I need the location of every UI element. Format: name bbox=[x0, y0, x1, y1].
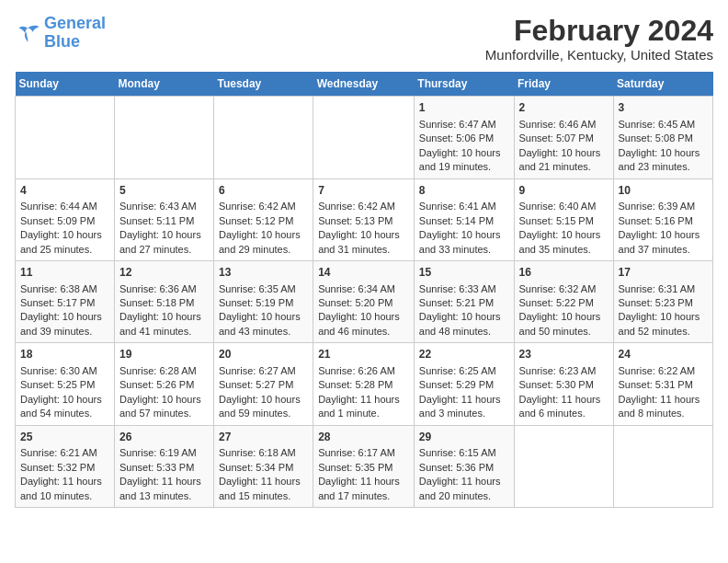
cell-text: Sunrise: 6:36 AM bbox=[119, 282, 209, 296]
calendar-cell: 24Sunrise: 6:22 AMSunset: 5:31 PMDayligh… bbox=[613, 343, 712, 425]
cell-text: Sunset: 5:18 PM bbox=[119, 296, 209, 310]
day-number: 23 bbox=[519, 347, 609, 362]
calendar-cell: 25Sunrise: 6:21 AMSunset: 5:32 PMDayligh… bbox=[16, 425, 115, 507]
day-number: 13 bbox=[219, 265, 308, 281]
calendar-cell: 1Sunrise: 6:47 AMSunset: 5:06 PMDaylight… bbox=[414, 97, 514, 178]
day-number: 8 bbox=[419, 183, 509, 199]
calendar-cell: 18Sunrise: 6:30 AMSunset: 5:25 PMDayligh… bbox=[16, 343, 115, 425]
cell-text: Daylight: 10 hours and 46 minutes. bbox=[318, 310, 409, 339]
cell-text: Sunset: 5:22 PM bbox=[519, 296, 609, 310]
calendar-subtitle: Munfordville, Kentucky, United States bbox=[485, 47, 713, 63]
cell-text: Sunrise: 6:47 AM bbox=[419, 118, 509, 132]
calendar-cell: 5Sunrise: 6:43 AMSunset: 5:11 PMDaylight… bbox=[114, 178, 213, 260]
week-row-2: 4Sunrise: 6:44 AMSunset: 5:09 PMDaylight… bbox=[16, 178, 713, 260]
cell-text: Daylight: 11 hours and 20 minutes. bbox=[419, 475, 509, 503]
cell-text: Sunrise: 6:32 AM bbox=[519, 282, 609, 296]
calendar-cell: 4Sunrise: 6:44 AMSunset: 5:09 PMDaylight… bbox=[16, 178, 115, 260]
cell-text: Sunset: 5:20 PM bbox=[318, 296, 409, 310]
cell-text: Sunset: 5:33 PM bbox=[119, 461, 209, 475]
cell-text: Sunset: 5:25 PM bbox=[20, 378, 109, 392]
week-row-5: 25Sunrise: 6:21 AMSunset: 5:32 PMDayligh… bbox=[16, 425, 713, 507]
calendar-cell bbox=[313, 97, 415, 178]
calendar-cell: 12Sunrise: 6:36 AMSunset: 5:18 PMDayligh… bbox=[114, 260, 213, 342]
day-number: 10 bbox=[619, 183, 708, 199]
cell-text: Daylight: 10 hours and 39 minutes. bbox=[20, 310, 109, 339]
cell-text: Sunrise: 6:41 AM bbox=[419, 200, 509, 213]
day-number: 24 bbox=[619, 347, 708, 362]
calendar-title: February 2024 bbox=[485, 15, 713, 47]
cell-text: Daylight: 10 hours and 48 minutes. bbox=[419, 310, 509, 339]
cell-text: Sunrise: 6:21 AM bbox=[20, 446, 109, 460]
calendar-cell: 23Sunrise: 6:23 AMSunset: 5:30 PMDayligh… bbox=[514, 343, 613, 425]
cell-text: Sunrise: 6:18 AM bbox=[219, 446, 308, 460]
cell-text: Sunrise: 6:30 AM bbox=[20, 364, 109, 378]
cell-text: Sunset: 5:08 PM bbox=[619, 132, 708, 145]
cell-text: Sunrise: 6:46 AM bbox=[519, 118, 609, 132]
cell-text: Sunrise: 6:44 AM bbox=[20, 200, 109, 213]
cell-text: Daylight: 11 hours and 15 minutes. bbox=[219, 475, 308, 503]
title-block: February 2024 Munfordville, Kentucky, Un… bbox=[485, 15, 713, 63]
logo: General Blue bbox=[15, 15, 106, 52]
cell-text: Sunrise: 6:23 AM bbox=[519, 364, 609, 378]
calendar-cell: 19Sunrise: 6:28 AMSunset: 5:26 PMDayligh… bbox=[114, 343, 213, 425]
cell-text: Sunset: 5:17 PM bbox=[20, 296, 109, 310]
cell-text: Sunset: 5:16 PM bbox=[619, 214, 708, 228]
cell-text: Sunrise: 6:45 AM bbox=[619, 118, 708, 132]
cell-text: Sunrise: 6:22 AM bbox=[619, 364, 708, 378]
cell-text: Sunrise: 6:26 AM bbox=[318, 364, 409, 378]
cell-text: Sunset: 5:06 PM bbox=[419, 132, 509, 145]
day-number: 5 bbox=[119, 183, 209, 199]
day-number: 21 bbox=[318, 347, 409, 362]
cell-text: Sunset: 5:29 PM bbox=[419, 378, 509, 392]
cell-text: Sunrise: 6:40 AM bbox=[519, 200, 609, 213]
cell-text: Daylight: 10 hours and 25 minutes. bbox=[20, 228, 109, 257]
calendar-cell bbox=[16, 97, 115, 178]
cell-text: Sunrise: 6:39 AM bbox=[619, 200, 708, 213]
cell-text: Sunset: 5:34 PM bbox=[219, 461, 308, 475]
cell-text: Sunrise: 6:42 AM bbox=[318, 200, 409, 213]
cell-text: Sunset: 5:07 PM bbox=[519, 132, 609, 145]
calendar-cell: 8Sunrise: 6:41 AMSunset: 5:14 PMDaylight… bbox=[414, 178, 514, 260]
cell-text: Sunrise: 6:27 AM bbox=[219, 364, 308, 378]
cell-text: Daylight: 10 hours and 43 minutes. bbox=[219, 310, 308, 339]
day-number: 17 bbox=[619, 265, 708, 281]
header-tuesday: Tuesday bbox=[213, 72, 313, 97]
header-wednesday: Wednesday bbox=[313, 72, 415, 97]
logo-text-block: General Blue bbox=[44, 15, 106, 52]
calendar-cell: 14Sunrise: 6:34 AMSunset: 5:20 PMDayligh… bbox=[313, 260, 415, 342]
cell-text: Sunrise: 6:34 AM bbox=[318, 282, 409, 296]
calendar-cell: 6Sunrise: 6:42 AMSunset: 5:12 PMDaylight… bbox=[213, 178, 313, 260]
cell-text: Sunset: 5:30 PM bbox=[519, 378, 609, 392]
header-friday: Friday bbox=[514, 72, 613, 97]
cell-text: Sunrise: 6:33 AM bbox=[419, 282, 509, 296]
day-number: 1 bbox=[419, 100, 509, 116]
calendar-cell: 7Sunrise: 6:42 AMSunset: 5:13 PMDaylight… bbox=[313, 178, 415, 260]
calendar-cell bbox=[114, 97, 213, 178]
day-number: 29 bbox=[419, 430, 509, 445]
cell-text: Sunset: 5:11 PM bbox=[119, 214, 209, 228]
day-number: 27 bbox=[219, 430, 308, 445]
cell-text: Daylight: 10 hours and 31 minutes. bbox=[318, 228, 409, 257]
cell-text: Daylight: 11 hours and 3 minutes. bbox=[419, 393, 509, 421]
cell-text: Daylight: 10 hours and 33 minutes. bbox=[419, 228, 509, 257]
cell-text: Daylight: 10 hours and 37 minutes. bbox=[619, 228, 708, 257]
cell-text: Daylight: 10 hours and 59 minutes. bbox=[219, 393, 308, 421]
cell-text: Sunset: 5:21 PM bbox=[419, 296, 509, 310]
cell-text: Daylight: 11 hours and 10 minutes. bbox=[20, 475, 109, 503]
header-sunday: Sunday bbox=[16, 72, 115, 97]
calendar-cell: 13Sunrise: 6:35 AMSunset: 5:19 PMDayligh… bbox=[213, 260, 313, 342]
cell-text: Sunset: 5:35 PM bbox=[318, 461, 409, 475]
header-row: SundayMondayTuesdayWednesdayThursdayFrid… bbox=[16, 72, 713, 97]
day-number: 12 bbox=[119, 265, 209, 281]
cell-text: Sunset: 5:13 PM bbox=[318, 214, 409, 228]
page-header: General Blue February 2024 Munfordville,… bbox=[15, 15, 713, 63]
week-row-4: 18Sunrise: 6:30 AMSunset: 5:25 PMDayligh… bbox=[16, 343, 713, 425]
cell-text: Daylight: 11 hours and 6 minutes. bbox=[519, 393, 609, 421]
day-number: 11 bbox=[20, 265, 109, 281]
cell-text: Daylight: 11 hours and 8 minutes. bbox=[619, 393, 708, 421]
calendar-cell: 22Sunrise: 6:25 AMSunset: 5:29 PMDayligh… bbox=[414, 343, 514, 425]
cell-text: Daylight: 10 hours and 29 minutes. bbox=[219, 228, 308, 257]
cell-text: Sunset: 5:32 PM bbox=[20, 461, 109, 475]
day-number: 14 bbox=[318, 265, 409, 281]
cell-text: Sunrise: 6:17 AM bbox=[318, 446, 409, 460]
